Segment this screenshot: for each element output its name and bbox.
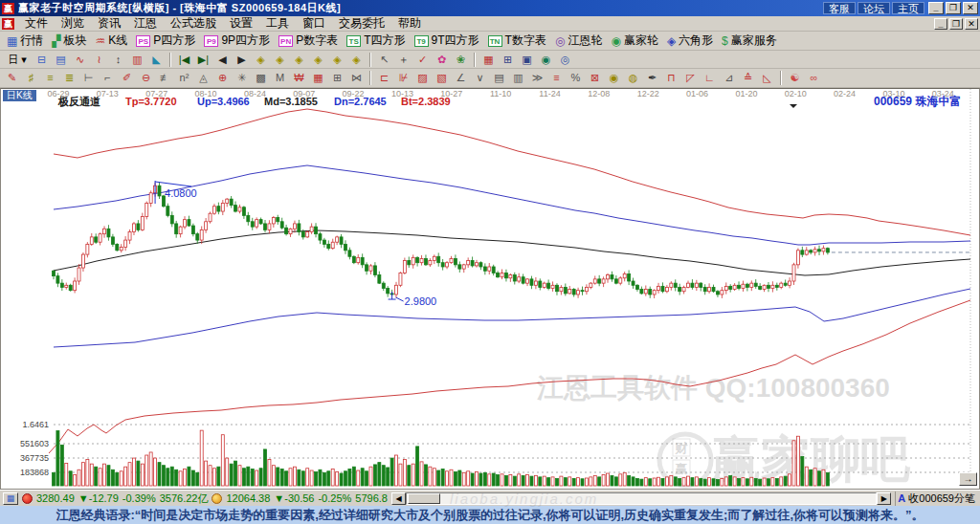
window-layout-button[interactable]: ⊟ [33,52,51,68]
quote-grid-icon[interactable]: ▦ [3,492,18,505]
gann-node-5-button[interactable]: ◈ [328,52,346,68]
gold-section-button[interactable]: ◉ [605,70,623,86]
grid-lines-button[interactable]: ♯ [22,70,40,86]
prev-bar-button[interactable]: ◀ [213,52,232,68]
wedge-2-button[interactable]: ◺ [758,70,776,86]
tool-t-number-table[interactable]: TNT数字表 [484,33,550,49]
gann-node-2-button[interactable]: ◈ [271,52,289,68]
pencil-button[interactable]: ✎ [3,70,21,86]
crosshair-tool-button[interactable]: ＋ [394,52,412,68]
gann-node-3-button[interactable]: ◈ [290,52,308,68]
parallel-button[interactable]: ≢ [156,70,174,86]
fan-lines-button[interactable]: ⊮ [394,70,412,86]
angle-grid-2-button[interactable]: ▧ [433,70,451,86]
scroll-right-arrow[interactable]: ▶ [877,492,891,505]
triangle-button[interactable]: ◬ [194,70,212,86]
tool-9t-square[interactable]: T99T四方形 [411,33,483,49]
note-pane-button[interactable]: ▤ [52,52,70,68]
notes-button[interactable]: ▣ [518,52,536,68]
maximize-button[interactable]: ❐ [946,2,961,14]
net-update-button[interactable]: ◎ [556,52,574,68]
scroll-left-arrow[interactable]: ◀ [391,492,406,505]
tool-p-number-table[interactable]: PNP数字表 [275,33,342,49]
tool-quotes[interactable]: ▦行情 [3,33,47,49]
first-bar-button[interactable]: |◀ [175,52,193,68]
arc-top-button[interactable]: ⊓ [662,70,680,86]
titlebar-link-论坛[interactable]: 论坛 [858,2,890,14]
curve-1-button[interactable]: ∿ [71,52,89,68]
menu-公式选股[interactable]: 公式选股 [164,15,223,32]
square-of-nine-button[interactable]: n² [175,70,193,86]
titlebar-link-客服[interactable]: 客服 [823,2,856,14]
menu-设置[interactable]: 设置 [223,15,259,32]
ray-button[interactable]: ⊢ [79,70,98,86]
tool-winner-wheel[interactable]: ◉赢家轮 [607,33,661,49]
delta-button[interactable]: ⊿ [720,70,738,86]
angle-grid-button[interactable]: ▨ [413,70,432,86]
gann-box-button[interactable]: ▦ [309,70,327,86]
wedge-1-button[interactable]: ◸ [681,70,700,86]
tool-t-square[interactable]: TST四方形 [343,33,409,49]
period-combo-button[interactable]: 日 ▾ [3,52,32,68]
close-button[interactable]: ✕ [963,2,978,14]
gann-node-6-button[interactable]: ◈ [347,52,366,68]
stamp-tool-button[interactable]: ✿ [433,52,451,68]
x-box-button[interactable]: ⊠ [586,70,604,86]
gann-node-4-button[interactable]: ◈ [309,52,327,68]
tool-9p-square[interactable]: P99P四方形 [200,33,274,49]
draw-line-button[interactable]: ✐ [118,70,136,86]
mdi-close-button[interactable]: ✕ [965,18,978,30]
vee-button[interactable]: ∨ [471,70,489,86]
corner-button[interactable]: ⌐ [99,70,117,86]
tool-kline[interactable]: ♒K线 [92,33,132,49]
estimate-button[interactable]: ≙ [739,70,757,86]
fib-levels-button[interactable]: ≡ [547,70,566,86]
w-wave-button[interactable]: ₩ [290,70,308,86]
star-rays-button[interactable]: ✳ [233,70,251,86]
scale-tool-button[interactable]: ↕ [109,52,127,68]
menu-帮助[interactable]: 帮助 [391,15,428,32]
flag-tool-button[interactable]: ◣ [147,52,166,68]
menu-资讯[interactable]: 资讯 [91,15,127,32]
cycle-line-button[interactable]: ⊖ [137,70,155,86]
speed-lines-button[interactable]: ≫ [528,70,546,86]
dense-lines-button[interactable]: ≣ [60,70,78,86]
calculator-button[interactable]: ⊞ [499,52,517,68]
tool-sectors[interactable]: ▞板块 [48,33,90,49]
rows-button[interactable]: ▤ [490,70,508,86]
bracket-button[interactable]: ⊏ [375,70,393,86]
kline-style-button[interactable]: ▥ [128,52,146,68]
pointer-tool-button[interactable]: ↖ [375,52,393,68]
scrollbar-thumb[interactable] [408,493,440,504]
curve-2-button[interactable]: ≀ [90,52,108,68]
scrollbar-track[interactable] [406,492,877,505]
right-angle-button[interactable]: ∟ [701,70,719,86]
minimize-button[interactable]: _ [928,2,944,14]
cross-cycle-button[interactable]: ⋈ [347,70,366,86]
taiji-button[interactable]: ☯ [786,70,804,86]
ink-mark-button[interactable]: ✒ [643,70,661,86]
menu-浏览[interactable]: 浏览 [55,15,91,32]
calendar-button[interactable]: ▦ [479,52,498,68]
box-grid-button[interactable]: ⊞ [328,70,346,86]
titlebar-link-主页[interactable]: 主页 [892,2,924,14]
horizontal-scrollbar[interactable]: ◀ ▶ [391,492,891,505]
scroll-right-button[interactable]: → [959,472,977,486]
angle-button[interactable]: ∠ [452,70,470,86]
theme-tool-button[interactable]: ❀ [452,52,470,68]
gann-node-1-button[interactable]: ◈ [252,52,270,68]
percent-button[interactable]: % [567,70,585,86]
mdi-minimize-button[interactable]: _ [934,18,947,30]
pane-label[interactable]: 日K线 [3,90,36,101]
next-bar-button[interactable]: ▶ [233,52,251,68]
cols-button[interactable]: ▥ [509,70,527,86]
shade-box-button[interactable]: ▩ [252,70,270,86]
tick-data-button[interactable]: A 收000659分笔 [895,491,977,506]
menu-文件[interactable]: 文件 [18,15,55,32]
mdi-restore-button[interactable]: ❐ [949,18,963,30]
tool-winner-service[interactable]: $赢家服务 [718,33,781,49]
menu-交易委托[interactable]: 交易委托 [332,15,391,32]
mark-tool-button[interactable]: ✓ [413,52,432,68]
save-data-button[interactable]: ◉ [537,52,555,68]
infinity-button[interactable]: ∞ [805,70,823,86]
